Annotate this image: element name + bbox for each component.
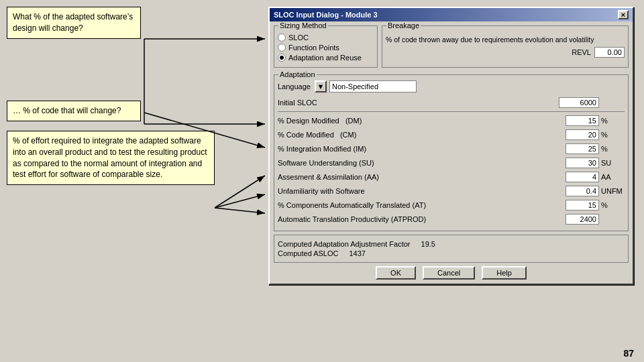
aaf-value: 19.5 [421, 240, 435, 248]
at-unit: % [601, 201, 625, 209]
language-label: Language [278, 82, 311, 90]
unfm-input[interactable] [566, 186, 599, 196]
aa-input[interactable] [566, 172, 599, 182]
callout-text-3: % of effort required to integrate the ad… [13, 136, 207, 179]
aa-unit: AA [601, 173, 625, 181]
revl-label: REVL [572, 48, 591, 56]
svg-line-5 [215, 176, 265, 208]
cm-input[interactable] [566, 129, 599, 140]
breakage-group: Breakage % of code thrown away due to re… [382, 25, 629, 68]
breakage-description: % of code thrown away due to requirement… [386, 35, 625, 45]
sizing-method-group: Sizing Method SLOC Function Points Adapt… [274, 25, 378, 68]
dialog-title: SLOC Input Dialog - Module 3 [274, 11, 378, 19]
adaptation-group: Adaptation Language ▼ Initial SLOC % Des… [274, 74, 629, 231]
dm-input[interactable] [566, 115, 599, 126]
atprod-row: Automatic Translation Productivity (ATPR… [278, 213, 625, 225]
button-row: OK Cancel Help [274, 266, 629, 280]
asloc-value: 1437 [350, 249, 366, 257]
language-dropdown-arrow[interactable]: ▼ [315, 80, 327, 93]
at-input[interactable] [566, 200, 599, 210]
aa-row: Assesment & Assimilation (AA) AA [278, 171, 625, 183]
svg-line-7 [215, 208, 265, 213]
aaf-label: Computed Adaptation Adjustment Factor [278, 240, 411, 248]
callout-box-2: … % of code that will change? [7, 101, 141, 121]
svg-line-6 [215, 194, 265, 208]
cm-row: % Code Modified (CM) % [278, 129, 625, 141]
unfm-unit: UNFM [601, 187, 625, 195]
page-number: 87 [623, 348, 634, 359]
radio-sloc[interactable]: SLOC [278, 34, 374, 42]
dialog-titlebar: SLOC Input Dialog - Module 3 × [270, 8, 633, 21]
radio-function-points[interactable]: Function Points [278, 44, 374, 52]
unfm-row: Unfamiliarity with Software UNFM [278, 185, 625, 197]
cm-unit: % [601, 131, 625, 139]
im-row: % Integration Modified (IM) % [278, 143, 625, 155]
initial-sloc-label: Initial SLOC [278, 99, 559, 107]
help-button[interactable]: Help [482, 266, 527, 280]
dm-row: % Design Modified (DM) % [278, 115, 625, 127]
adaptation-legend: Adaptation [278, 70, 317, 78]
asloc-label: Computed ASLOC [278, 249, 339, 257]
aaf-row: Computed Adaptation Adjustment Factor 19… [278, 240, 625, 248]
dm-unit: % [601, 117, 625, 125]
radio-adaptation-reuse[interactable]: Adaptation and Reuse [278, 54, 374, 62]
at-row: % Components Automatically Translated (A… [278, 199, 625, 211]
callout-text-2: … % of code that will change? [13, 106, 121, 115]
sloc-dialog: SLOC Input Dialog - Module 3 × Sizing Me… [268, 7, 634, 285]
su-row: Software Understanding (SU) SU [278, 157, 625, 169]
computed-section: Computed Adaptation Adjustment Factor 19… [274, 235, 629, 263]
su-unit: SU [601, 159, 625, 167]
ok-button[interactable]: OK [376, 266, 416, 280]
sizing-method-legend: Sizing Method [278, 21, 328, 29]
im-unit: % [601, 145, 625, 153]
atprod-input[interactable] [566, 214, 599, 225]
callout-box-3: % of effort required to integrate the ad… [7, 131, 215, 185]
im-input[interactable] [566, 143, 599, 154]
asloc-row: Computed ASLOC 1437 [278, 249, 625, 257]
breakage-legend: Breakage [386, 21, 421, 29]
callout-text-1: What % of the adapted software’s design … [13, 12, 133, 33]
close-button[interactable]: × [618, 10, 629, 19]
cancel-button[interactable]: Cancel [423, 266, 475, 280]
callout-box-1: What % of the adapted software’s design … [7, 7, 141, 39]
language-input[interactable] [329, 80, 417, 93]
revl-input[interactable] [594, 47, 625, 58]
su-input[interactable] [566, 158, 599, 168]
initial-sloc-input[interactable] [559, 97, 599, 108]
